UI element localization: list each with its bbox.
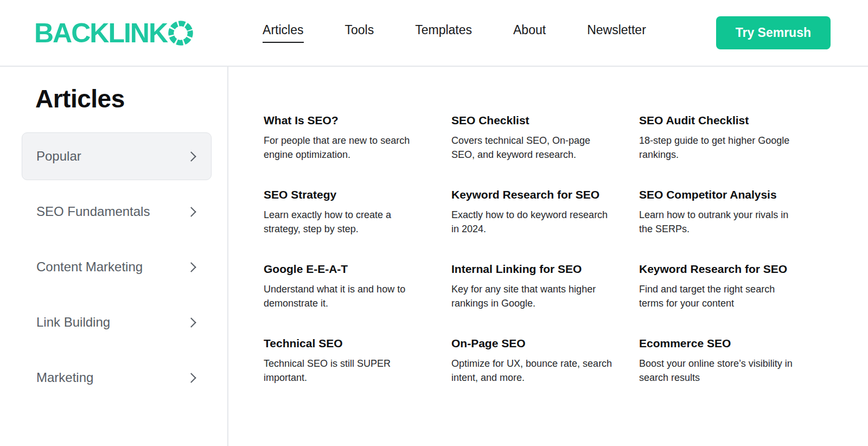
article-title: On-Page SEO: [451, 337, 614, 350]
logo-wordmark: BACKLINK: [34, 20, 167, 47]
article-description: Find and target the right search terms f…: [639, 283, 801, 310]
articles-megamenu: Articles Popular SEO Fundamentals Conten…: [0, 67, 868, 446]
article-card[interactable]: Google E-E-A-T Understand what it is and…: [264, 263, 426, 310]
article-card[interactable]: What Is SEO? For people that are new to …: [264, 114, 426, 162]
backlinko-logo[interactable]: BACKLINK: [34, 20, 193, 47]
category-label: Content Marketing: [36, 259, 143, 275]
article-description: Optimize for UX, bounce rate, search int…: [451, 357, 613, 385]
article-title: Keyword Research for SEO: [451, 188, 614, 201]
nav-item-newsletter[interactable]: Newsletter: [587, 23, 646, 43]
article-card[interactable]: SEO Strategy Learn exactly how to create…: [264, 188, 426, 236]
article-card[interactable]: Internal Linking for SEO Key for any sit…: [451, 263, 614, 310]
article-title: SEO Competitor Analysis: [639, 188, 802, 201]
category-item-seo-fundamentals[interactable]: SEO Fundamentals: [22, 188, 212, 235]
chevron-right-icon: [186, 373, 196, 383]
article-card[interactable]: SEO Audit Checklist 18-step guide to get…: [639, 114, 802, 162]
category-item-marketing[interactable]: Marketing: [22, 354, 212, 402]
nav-item-templates[interactable]: Templates: [415, 23, 472, 43]
article-description: Technical SEO is still SUPER important.: [264, 357, 425, 385]
category-item-content-marketing[interactable]: Content Marketing: [22, 243, 212, 291]
megamenu-sidebar: Articles Popular SEO Fundamentals Conten…: [0, 67, 228, 446]
article-description: Covers technical SEO, On-page SEO, and k…: [451, 134, 613, 162]
article-title: Keyword Research for SEO: [639, 263, 802, 276]
main-nav: Articles Tools Templates About Newslette…: [263, 23, 646, 43]
category-label: Popular: [36, 149, 81, 164]
article-description: Key for any site that wants higher ranki…: [451, 283, 613, 310]
site-header: BACKLINK Articles Tools Templates About …: [0, 0, 868, 67]
megamenu-content: What Is SEO? For people that are new to …: [228, 67, 802, 446]
article-description: Exactly how to do keyword research in 20…: [451, 208, 613, 236]
category-label: SEO Fundamentals: [36, 204, 150, 219]
article-card[interactable]: Keyword Research for SEO Find and target…: [639, 263, 802, 310]
category-label: Marketing: [36, 370, 93, 385]
article-title: SEO Strategy: [264, 188, 426, 201]
article-card[interactable]: Technical SEO Technical SEO is still SUP…: [264, 337, 426, 385]
article-description: 18-step guide to get higher Google ranki…: [639, 134, 801, 162]
chevron-right-icon: [186, 317, 196, 327]
category-item-link-building[interactable]: Link Building: [22, 298, 212, 346]
category-item-popular[interactable]: Popular: [22, 132, 212, 180]
category-label: Link Building: [36, 315, 110, 330]
article-card[interactable]: Ecommerce SEO Boost your online store’s …: [639, 337, 802, 385]
chevron-right-icon: [186, 207, 196, 216]
article-card[interactable]: SEO Competitor Analysis Learn how to out…: [639, 188, 802, 236]
article-title: Google E-E-A-T: [264, 263, 426, 276]
article-title: Ecommerce SEO: [639, 337, 802, 350]
article-title: SEO Checklist: [451, 114, 614, 127]
megamenu-heading: Articles: [35, 84, 227, 113]
nav-item-about[interactable]: About: [513, 23, 546, 43]
article-card[interactable]: SEO Checklist Covers technical SEO, On-p…: [451, 114, 614, 162]
chevron-right-icon: [186, 262, 196, 272]
category-list: Popular SEO Fundamentals Content Marketi…: [0, 132, 227, 402]
nav-item-articles[interactable]: Articles: [263, 23, 303, 43]
article-description: Boost your online store’s visibility in …: [639, 357, 801, 385]
article-description: Understand what it is and how to demonst…: [264, 283, 425, 310]
article-title: Technical SEO: [264, 337, 426, 350]
article-description: For people that are new to search engine…: [264, 134, 425, 162]
article-description: Learn exactly how to create a strategy, …: [264, 208, 425, 236]
nav-item-tools[interactable]: Tools: [345, 23, 374, 43]
article-grid: What Is SEO? For people that are new to …: [264, 114, 802, 385]
segmented-o-icon: [168, 21, 193, 46]
article-card[interactable]: Keyword Research for SEO Exactly how to …: [451, 188, 614, 236]
article-title: SEO Audit Checklist: [639, 114, 802, 127]
article-title: Internal Linking for SEO: [451, 263, 614, 276]
article-description: Learn how to outrank your rivals in the …: [639, 208, 801, 236]
chevron-right-icon: [186, 151, 196, 161]
article-card[interactable]: On-Page SEO Optimize for UX, bounce rate…: [451, 337, 614, 385]
try-semrush-button[interactable]: Try Semrush: [716, 16, 831, 49]
article-title: What Is SEO?: [264, 114, 426, 127]
